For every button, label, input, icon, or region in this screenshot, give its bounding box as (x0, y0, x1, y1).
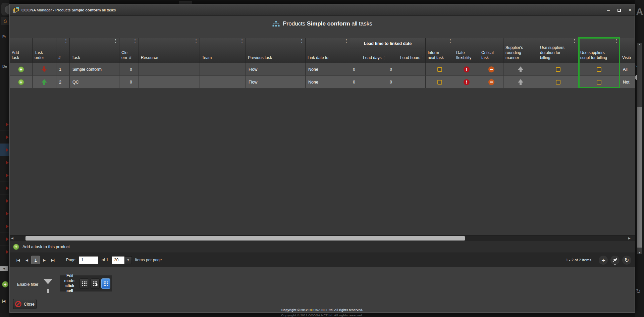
script-billing-cell[interactable] (578, 76, 620, 88)
column-header-task[interactable]: ⋮Task (70, 38, 119, 63)
duration-billing-cell[interactable] (538, 76, 578, 88)
alert-icon[interactable]: ! (464, 79, 470, 85)
add-task-cell[interactable]: + (10, 63, 33, 75)
date-flexibility-cell[interactable]: ! (454, 63, 479, 75)
column-header-script-billing[interactable]: ⋮Use suppliersscript for billing (578, 38, 620, 63)
lead-days-cell[interactable]: 0 (350, 63, 387, 75)
script-billing-cell[interactable] (578, 63, 620, 75)
minimize-button[interactable]: – (603, 4, 613, 16)
column-header-team[interactable]: ⋮Team (200, 38, 246, 63)
column-header-visible[interactable]: Visib (620, 38, 635, 63)
resource-cell[interactable] (139, 63, 200, 75)
lead-hours-cell[interactable]: 0 (387, 63, 426, 75)
checkbox-icon[interactable] (437, 80, 442, 85)
column-header-link-date-to[interactable]: ⋮Link date to (306, 38, 350, 63)
close-window-button[interactable]: × (625, 4, 635, 16)
column-menu-icon[interactable]: ⋮ (572, 39, 577, 43)
scroll-right-icon[interactable]: ▶ (628, 236, 631, 240)
filter-funnel-icon[interactable] (43, 279, 53, 284)
scrollbar-thumb[interactable] (25, 236, 465, 241)
maximize-button[interactable] (614, 4, 624, 16)
resource-cell[interactable] (139, 76, 200, 88)
column-header-critical-task[interactable]: Criticaltask (479, 38, 503, 63)
column-menu-icon[interactable]: ⋮ (344, 39, 348, 43)
lead-days-cell[interactable]: 0 (350, 76, 387, 88)
count-cell[interactable]: 0 (127, 63, 139, 75)
column-menu-icon[interactable]: ⋮ (240, 39, 244, 43)
column-header-duration-billing[interactable]: ⋮Use suppliersduration forbilling (538, 38, 578, 63)
row-number-cell[interactable]: 1 (56, 63, 70, 75)
checkbox-icon[interactable] (556, 80, 560, 85)
task-order-cell[interactable] (33, 63, 56, 75)
column-header-lead-hours[interactable]: Lead hours⋮ (387, 49, 425, 63)
task-order-cell[interactable] (33, 76, 56, 88)
add-icon[interactable]: + (18, 66, 24, 72)
edit-mode-cell-button-selected[interactable] (101, 278, 110, 289)
last-page-button[interactable]: ▶| (49, 256, 57, 264)
column-header-inform-next-task[interactable]: ⋮Informnext task (426, 38, 454, 63)
task-name-cell[interactable]: Simple conform (70, 63, 119, 75)
row-number-cell[interactable]: 2 (56, 76, 70, 88)
column-header-lead-days[interactable]: Lead days⋮ (350, 49, 387, 63)
add-task-to-product-button[interactable]: + Add a task to this product (10, 241, 635, 253)
previous-task-cell[interactable]: Flow (246, 76, 306, 88)
edit-mode-row-button[interactable] (91, 278, 100, 289)
checkbox-icon[interactable] (437, 67, 442, 72)
date-flexibility-cell[interactable]: ! (454, 76, 479, 88)
column-header-date-flexibility[interactable]: Dateflexibility (454, 38, 479, 63)
column-header-number[interactable]: ⋮# (56, 38, 70, 63)
horizontal-scrollbar[interactable]: ◀ ▶ (10, 235, 635, 241)
critical-task-cell[interactable] (479, 63, 503, 75)
column-menu-icon[interactable]: ⋮ (383, 55, 386, 60)
alert-icon[interactable]: ! (464, 66, 470, 72)
column-header-add-task[interactable]: Addtask (10, 38, 33, 63)
team-cell[interactable] (200, 76, 246, 88)
column-menu-icon[interactable]: ⋮ (194, 39, 198, 43)
critical-task-cell[interactable] (479, 76, 503, 88)
clear-empty-cell[interactable] (119, 76, 127, 88)
move-up-icon[interactable] (42, 79, 47, 85)
clear-filter-button[interactable] (610, 256, 620, 265)
column-header-previous-task[interactable]: ⋮Previous task (246, 38, 306, 63)
column-header-clear-empty[interactable]: Cleem (119, 38, 127, 63)
inform-next-task-cell[interactable] (426, 63, 454, 75)
column-header-count[interactable]: ⋮# (127, 38, 139, 63)
lead-hours-cell[interactable]: 0 (387, 76, 426, 88)
next-page-button[interactable]: ▶ (40, 256, 49, 264)
scroll-left-icon[interactable]: ◀ (11, 236, 13, 240)
count-cell[interactable]: 0 (127, 76, 139, 88)
no-entry-icon[interactable] (488, 79, 494, 85)
column-header-resource[interactable]: ⋮Resource (139, 38, 200, 63)
checkbox-icon[interactable] (597, 80, 601, 85)
checkbox-icon[interactable] (597, 67, 601, 72)
fit-columns-button[interactable]: ◂|▸ (599, 256, 608, 265)
edit-mode-grid-button[interactable] (79, 278, 89, 289)
column-menu-icon[interactable]: ⋮ (614, 39, 619, 43)
first-page-button[interactable]: |◀ (14, 256, 22, 264)
clear-empty-cell[interactable] (119, 63, 127, 75)
link-date-to-cell[interactable]: None (306, 76, 350, 88)
round-up-icon[interactable] (518, 66, 523, 72)
column-header-task-order[interactable]: Taskorder (33, 38, 56, 63)
group-header-lead-time[interactable]: Lead time to linked date (350, 38, 425, 49)
suppliers-rounding-cell[interactable] (503, 63, 538, 75)
inform-next-task-cell[interactable] (426, 76, 454, 88)
suppliers-rounding-cell[interactable] (503, 76, 538, 88)
team-cell[interactable] (200, 63, 246, 75)
link-date-to-cell[interactable]: None (306, 63, 350, 75)
items-per-page-select[interactable]: 20 ▼ (112, 256, 132, 264)
refresh-button[interactable]: ↻ (622, 256, 631, 265)
column-menu-icon[interactable]: ⋮ (300, 39, 304, 43)
page-number-input[interactable] (79, 256, 98, 264)
no-entry-icon[interactable] (488, 66, 494, 72)
previous-task-cell[interactable]: Flow (246, 63, 306, 75)
column-menu-icon[interactable]: ⋮ (133, 39, 137, 43)
column-menu-icon[interactable]: ⋮ (64, 39, 68, 43)
visible-cell[interactable]: Not (620, 76, 635, 88)
current-page-button[interactable]: 1 (31, 256, 40, 264)
column-menu-icon[interactable]: ⋮ (448, 39, 452, 43)
move-down-icon[interactable] (42, 66, 47, 72)
visible-cell[interactable]: All (620, 63, 635, 75)
task-name-cell[interactable]: QC (70, 76, 119, 88)
duration-billing-cell[interactable] (538, 63, 578, 75)
